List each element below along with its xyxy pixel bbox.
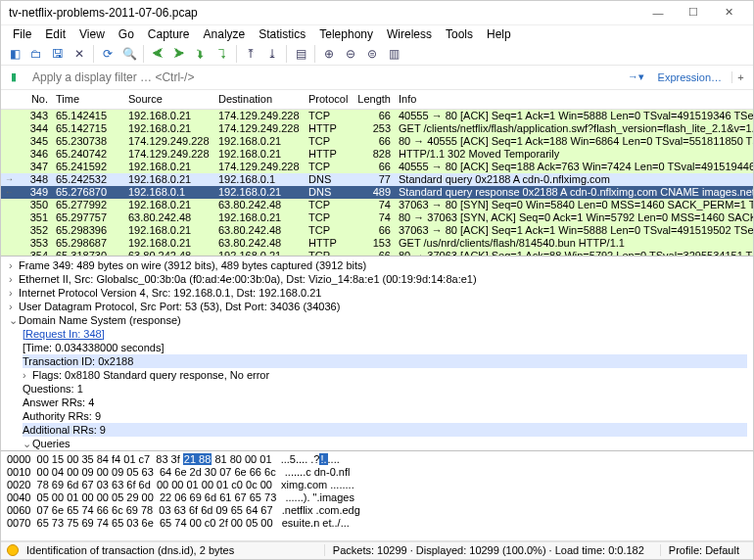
detail-transaction-id[interactable]: Transaction ID: 0x2188 <box>23 354 747 368</box>
forward-icon[interactable]: ⮞ <box>169 44 189 64</box>
add-filter-button[interactable]: + <box>731 71 749 83</box>
packet-row[interactable]: 35065.277992192.168.0.2163.80.242.48TCP7… <box>1 199 753 211</box>
detail-udp[interactable]: User Datagram Protocol, Src Port: 53 (53… <box>19 301 340 312</box>
detail-answer-rrs: Answer RRs: 4 <box>23 397 94 408</box>
packet-row[interactable]: 34465.142715192.168.0.21174.129.249.228H… <box>1 122 753 135</box>
detail-questions: Questions: 1 <box>23 383 83 395</box>
first-icon[interactable]: ⤒ <box>241 44 260 64</box>
minimize-button[interactable]: — <box>641 2 675 23</box>
zoom-out-icon[interactable]: ⊖ <box>341 44 360 64</box>
autoscroll-icon[interactable]: ▤ <box>291 44 310 64</box>
detail-dns[interactable]: Domain Name System (response) <box>19 314 181 326</box>
packet-row[interactable]: 34765.241592192.168.0.21174.129.249.228T… <box>1 161 753 173</box>
detail-flags[interactable]: Flags: 0x8180 Standard query response, N… <box>32 369 269 381</box>
filter-bar: ▮ →▾ Expression… + <box>1 66 753 90</box>
maximize-button[interactable]: ☐ <box>677 2 710 23</box>
menu-wireless[interactable]: Wireless <box>381 25 438 43</box>
toolbar: ◧ 🗀 🖫 ✕ ⟳ 🔍 ⮜ ⮞ ⮯ ⮧ ⤒ ⤓ ▤ ⊕ ⊖ ⊜ ▥ <box>1 43 753 66</box>
packet-row[interactable]: 35265.298396192.168.0.2163.80.242.48TCP6… <box>1 224 753 237</box>
hex-line[interactable]: 0000 00 15 00 35 84 f4 01 c7 83 3f 21 88… <box>7 453 747 466</box>
folder-icon[interactable]: 🗀 <box>26 44 46 64</box>
close-file-icon[interactable]: ✕ <box>70 44 89 64</box>
resize-cols-icon[interactable]: ▥ <box>384 44 403 64</box>
display-filter-input[interactable] <box>26 68 621 87</box>
packet-row[interactable]: 34565.230738174.129.249.228192.168.0.21T… <box>1 135 753 148</box>
find-icon[interactable]: 🔍 <box>119 44 139 64</box>
hex-line[interactable]: 0010 00 04 00 09 00 09 05 63 64 6e 2d 30… <box>7 466 747 479</box>
menu-statistics[interactable]: Statistics <box>253 25 311 43</box>
packet-row[interactable]: 34365.142415192.168.0.21174.129.249.228T… <box>1 110 753 122</box>
menu-tools[interactable]: Tools <box>440 25 479 43</box>
back-icon[interactable]: ⮜ <box>148 44 167 64</box>
menu-help[interactable]: Help <box>481 25 517 43</box>
detail-request-in[interactable]: [Request In: 348] <box>23 328 105 340</box>
packet-list-header[interactable]: No. Time Source Destination Protocol Len… <box>1 90 753 110</box>
status-field: Identification of transaction (dns.id), … <box>26 544 234 556</box>
detail-eth[interactable]: Ethernet II, Src: Globalsc_00:3b:0a (f0:… <box>19 273 477 285</box>
menu-go[interactable]: Go <box>113 25 140 43</box>
col-protocol: Protocol <box>305 92 353 106</box>
menu-edit[interactable]: Edit <box>39 25 71 43</box>
last-icon[interactable]: ⤓ <box>262 44 282 64</box>
hex-line[interactable]: 0040 05 00 01 00 00 05 29 00 22 06 69 6d… <box>7 491 747 504</box>
menu-capture[interactable]: Capture <box>142 25 196 43</box>
expert-info-icon[interactable] <box>7 544 19 556</box>
packet-row[interactable]: →34865.242532192.168.0.21192.168.0.1DNS7… <box>1 173 753 186</box>
detail-queries[interactable]: Queries <box>32 438 71 449</box>
detail-time: [Time: 0.034338000 seconds] <box>23 342 165 353</box>
reload-icon[interactable]: ⟳ <box>98 44 118 64</box>
detail-authority-rrs: Authority RRs: 9 <box>23 410 101 422</box>
col-time: Time <box>52 92 124 106</box>
packet-bytes-pane[interactable]: 0000 00 15 00 35 84 f4 01 c7 83 3f 21 88… <box>1 451 753 541</box>
packet-list-pane: No. Time Source Destination Protocol Len… <box>1 90 753 257</box>
expression-button[interactable]: Expression… <box>652 70 728 85</box>
packet-row[interactable]: 35165.29775763.80.242.48192.168.0.21TCP7… <box>1 211 753 224</box>
packet-row[interactable]: 35465.31873063.80.242.48192.168.0.21TCP6… <box>1 250 753 257</box>
col-no: No. <box>13 92 52 106</box>
hex-line[interactable]: 0060 07 6e 65 74 66 6c 69 78 03 63 6f 6d… <box>7 504 747 517</box>
col-source: Source <box>124 92 214 106</box>
save-icon[interactable]: 🖫 <box>48 44 68 64</box>
jump-icon[interactable]: ⮯ <box>191 44 211 64</box>
col-destination: Destination <box>214 92 305 106</box>
status-bar: Identification of transaction (dns.id), … <box>1 541 753 559</box>
detail-frame[interactable]: Frame 349: 489 bytes on wire (3912 bits)… <box>19 259 366 271</box>
detail-ip[interactable]: Internet Protocol Version 4, Src: 192.16… <box>19 287 321 299</box>
packet-row[interactable]: 34665.240742174.129.249.228192.168.0.21H… <box>1 148 753 161</box>
menu-analyze[interactable]: Analyze <box>198 25 252 43</box>
hex-line[interactable]: 0020 78 69 6d 67 03 63 6f 6d 00 00 01 00… <box>7 479 747 491</box>
bookmark-icon[interactable]: ▮ <box>5 69 23 86</box>
menu-telephony[interactable]: Telephony <box>313 25 379 43</box>
menu-file[interactable]: File <box>7 25 37 43</box>
menubar: File Edit View Go Capture Analyze Statis… <box>1 25 753 43</box>
status-profile[interactable]: Profile: Default <box>660 544 747 556</box>
col-length: Length <box>353 92 395 106</box>
packet-details-pane[interactable]: Frame 349: 489 bytes on wire (3912 bits)… <box>1 257 753 451</box>
close-button[interactable]: ✕ <box>712 2 745 23</box>
zoom-reset-icon[interactable]: ⊜ <box>362 44 382 64</box>
open-icon[interactable]: ◧ <box>5 44 24 64</box>
col-info: Info <box>395 92 753 106</box>
menu-view[interactable]: View <box>73 25 111 43</box>
hex-line[interactable]: 0070 65 73 75 69 74 65 03 6e 65 74 00 c0… <box>7 517 747 530</box>
packet-row[interactable]: 35365.298687192.168.0.2163.80.242.48HTTP… <box>1 237 753 250</box>
status-packets: Packets: 10299 · Displayed: 10299 (100.0… <box>324 544 652 556</box>
window-title: tv-netflix-problems-2011-07-06.pcap <box>9 6 641 20</box>
goto-icon[interactable]: ⮧ <box>212 44 232 64</box>
packet-row[interactable]: ←34965.276870192.168.0.1192.168.0.21DNS4… <box>1 186 753 199</box>
apply-filter-icon[interactable]: →▾ <box>625 70 648 83</box>
packet-list-rows[interactable]: 34365.142415192.168.0.21174.129.249.228T… <box>1 110 753 257</box>
detail-additional-rrs[interactable]: Additional RRs: 9 <box>23 423 747 437</box>
zoom-in-icon[interactable]: ⊕ <box>319 44 339 64</box>
